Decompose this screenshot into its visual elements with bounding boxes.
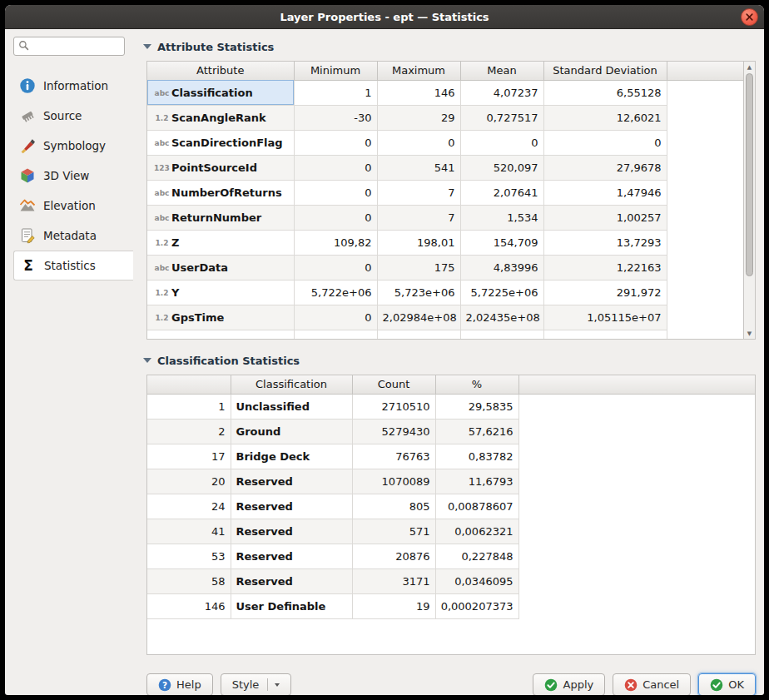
class-name-cell[interactable]: Reserved xyxy=(231,568,352,593)
stat-value-cell[interactable]: 0 xyxy=(460,130,543,155)
class-percent-cell[interactable]: 0,0346095 xyxy=(435,568,518,593)
stat-value-cell[interactable]: 175 xyxy=(377,255,460,280)
class-code-cell[interactable]: 53 xyxy=(147,544,231,568)
stat-value-cell[interactable]: 12,6021 xyxy=(543,105,667,130)
class-code-cell[interactable]: 146 xyxy=(147,593,231,618)
stat-value-cell[interactable]: 0,727517 xyxy=(460,105,543,130)
class-percent-cell[interactable]: 0,83782 xyxy=(435,444,518,469)
stat-value-cell[interactable]: 2,02984e+08 xyxy=(377,305,460,330)
attribute-cell[interactable]: 123PointSourceId xyxy=(147,155,294,180)
stat-value-cell[interactable]: 0 xyxy=(377,130,460,155)
column-header-standard-deviation[interactable]: Standard Deviation xyxy=(543,62,667,80)
column-header-maximum[interactable]: Maximum xyxy=(377,62,460,80)
stat-value-cell[interactable]: 4,83996 xyxy=(460,255,543,280)
attribute-cell[interactable]: 1.2Y xyxy=(147,280,294,305)
class-code-cell[interactable]: 20 xyxy=(147,469,231,494)
class-code-cell[interactable]: 58 xyxy=(147,568,231,593)
stat-value-cell[interactable]: 5,7225e+06 xyxy=(460,280,543,305)
class-count-cell[interactable]: 5279430 xyxy=(352,419,435,444)
class-name-cell[interactable]: Ground xyxy=(231,419,352,444)
stat-value-cell[interactable]: 154,709 xyxy=(460,230,543,255)
search-box[interactable] xyxy=(13,37,125,56)
attribute-cell[interactable]: abcScanDirectionFlag xyxy=(147,130,294,155)
stat-value-cell[interactable]: 27,9678 xyxy=(543,155,667,180)
stat-value-cell[interactable]: 146 xyxy=(377,80,460,105)
stat-value-cell[interactable]: 0 xyxy=(543,130,667,155)
class-name-cell[interactable]: Reserved xyxy=(231,494,352,519)
stat-value-cell[interactable]: 1,00257 xyxy=(543,205,667,230)
collapse-icon[interactable] xyxy=(143,358,151,363)
class-count-cell[interactable]: 2710510 xyxy=(352,394,435,419)
class-count-cell[interactable]: 76763 xyxy=(352,444,435,469)
stat-value-cell[interactable]: 6,55128 xyxy=(543,80,667,105)
class-count-cell[interactable]: 1070089 xyxy=(352,469,435,494)
stat-value-cell[interactable]: 0 xyxy=(294,130,377,155)
class-percent-cell[interactable]: 57,6216 xyxy=(435,419,518,444)
class-percent-cell[interactable]: 0,227848 xyxy=(435,544,518,568)
stat-value-cell[interactable]: 2,02435e+08 xyxy=(460,305,543,330)
class-count-cell[interactable]: 3171 xyxy=(352,568,435,593)
style-button[interactable]: Style xyxy=(221,673,292,695)
class-name-cell[interactable]: User Definable xyxy=(231,593,352,618)
attribute-cell[interactable]: 1.2GpsTime xyxy=(147,305,294,330)
class-name-cell[interactable]: Reserved xyxy=(231,544,352,568)
stat-value-cell[interactable]: 520,097 xyxy=(460,155,543,180)
close-button[interactable] xyxy=(741,8,758,26)
class-code-cell[interactable]: 2 xyxy=(147,419,231,444)
column-header-attribute[interactable]: Attribute xyxy=(147,62,294,80)
class-name-cell[interactable]: Bridge Deck xyxy=(231,444,352,469)
class-percent-cell[interactable]: 0,000207373 xyxy=(435,593,518,618)
sidebar-item-elevation[interactable]: Elevation xyxy=(13,191,133,221)
sidebar-item-3d-view[interactable]: 3D View xyxy=(13,161,133,191)
stat-value-cell[interactable]: 4,07237 xyxy=(460,80,543,105)
stat-value-cell[interactable]: 291,972 xyxy=(543,280,667,305)
stat-value-cell[interactable]: 1,05115e+07 xyxy=(543,305,667,330)
stat-value-cell[interactable]: 13,7293 xyxy=(543,230,667,255)
stat-value-cell[interactable]: 1,22163 xyxy=(543,255,667,280)
stat-value-cell[interactable]: 109,82 xyxy=(294,230,377,255)
sidebar-item-symbology[interactable]: Symbology xyxy=(13,131,133,161)
sidebar-item-source[interactable]: Source xyxy=(13,101,133,131)
stat-value-cell[interactable]: 0 xyxy=(294,180,377,205)
column-header-count[interactable]: Count xyxy=(352,375,435,394)
stat-value-cell[interactable]: 5,723e+06 xyxy=(377,280,460,305)
attribute-cell[interactable]: abcClassification xyxy=(147,80,294,105)
stat-value-cell[interactable]: 541 xyxy=(377,155,460,180)
stat-value-cell[interactable]: 0 xyxy=(294,205,377,230)
column-header-percent[interactable]: % xyxy=(435,375,518,394)
stat-value-cell[interactable]: 29 xyxy=(377,105,460,130)
class-code-cell[interactable]: 1 xyxy=(147,394,231,419)
class-name-cell[interactable]: Reserved xyxy=(231,469,352,494)
stat-value-cell[interactable]: 1 xyxy=(294,80,377,105)
class-count-cell[interactable]: 20876 xyxy=(352,544,435,568)
stat-value-cell[interactable]: 7 xyxy=(377,205,460,230)
class-count-cell[interactable]: 805 xyxy=(352,494,435,519)
class-name-cell[interactable]: Unclassified xyxy=(231,394,352,419)
stat-value-cell[interactable]: 5,722e+06 xyxy=(294,280,377,305)
stat-value-cell[interactable]: 0 xyxy=(294,255,377,280)
class-percent-cell[interactable]: 29,5835 xyxy=(435,394,518,419)
apply-button[interactable]: Apply xyxy=(533,673,605,695)
class-code-cell[interactable]: 41 xyxy=(147,519,231,544)
column-header-minimum[interactable]: Minimum xyxy=(294,62,377,80)
stat-value-cell[interactable]: 2,07641 xyxy=(460,180,543,205)
column-header-blank[interactable] xyxy=(147,375,231,394)
class-code-cell[interactable]: 24 xyxy=(147,494,231,519)
class-percent-cell[interactable]: 0,00878607 xyxy=(435,494,518,519)
scroll-down-icon[interactable]: ▼ xyxy=(744,328,755,339)
class-percent-cell[interactable]: 11,6793 xyxy=(435,469,518,494)
class-count-cell[interactable]: 19 xyxy=(352,593,435,618)
attribute-cell[interactable]: abcUserData xyxy=(147,255,294,280)
stat-value-cell[interactable]: 0 xyxy=(294,305,377,330)
search-input[interactable] xyxy=(32,41,120,52)
column-header-classification[interactable]: Classification xyxy=(231,375,352,394)
stat-value-cell[interactable]: 1,534 xyxy=(460,205,543,230)
column-header-mean[interactable]: Mean xyxy=(460,62,543,80)
cancel-button[interactable]: Cancel xyxy=(613,673,691,695)
vertical-scrollbar[interactable]: ▲ ▼ xyxy=(743,62,755,339)
stat-value-cell[interactable]: 1,47946 xyxy=(543,180,667,205)
stat-value-cell[interactable]: 0 xyxy=(294,155,377,180)
stat-value-cell[interactable]: 198,01 xyxy=(377,230,460,255)
attribute-cell[interactable]: 1.2Z xyxy=(147,230,294,255)
class-percent-cell[interactable]: 0,0062321 xyxy=(435,519,518,544)
